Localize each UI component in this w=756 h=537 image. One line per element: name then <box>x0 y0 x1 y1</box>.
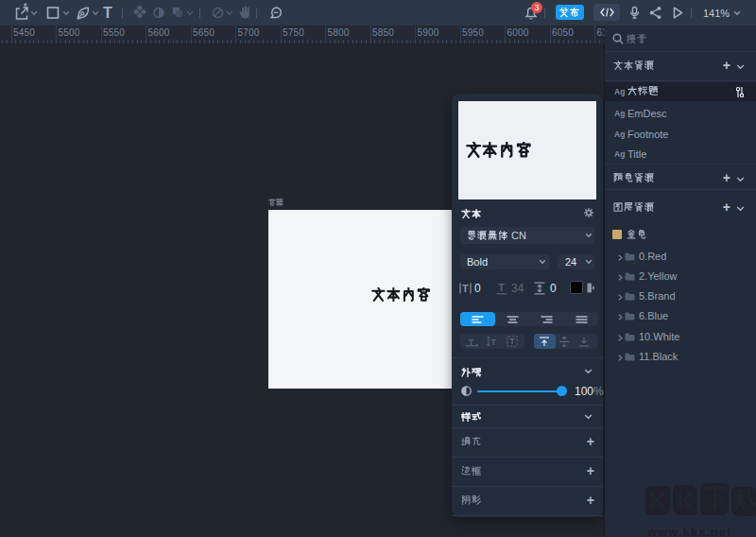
svg-text:T: T <box>509 337 515 346</box>
svg-text:T: T <box>462 283 469 294</box>
svg-text:T: T <box>491 338 497 347</box>
svg-text:T: T <box>498 282 505 293</box>
svg-text:T: T <box>469 338 474 347</box>
